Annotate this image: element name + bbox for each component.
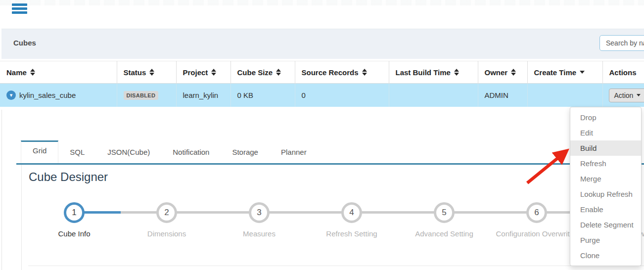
sort-icon	[362, 69, 367, 76]
column-label: Cube Size	[237, 68, 273, 77]
page-title: Cubes	[13, 39, 36, 47]
cubes-table: NameStatusProjectCube SizeSource Records…	[0, 61, 644, 107]
sort-icon	[511, 69, 516, 76]
cell-project: learn_kylin	[176, 84, 230, 107]
column-label: Owner	[485, 68, 508, 77]
step-label-advanced-setting: Advanced Setting	[400, 229, 488, 238]
cube-name[interactable]: kylin_sales_cube	[19, 91, 76, 99]
column-header-owner[interactable]: Owner	[478, 61, 527, 84]
tab-notification[interactable]: Notification	[161, 140, 221, 163]
designer-divider	[28, 266, 644, 266]
column-header-create-time[interactable]: Create Time	[527, 61, 602, 84]
menu-item-delete-segment[interactable]: Delete Segment	[570, 217, 641, 232]
step-label-configuration-overwrites: Configuration Overwrites	[493, 229, 581, 238]
table-header-row: NameStatusProjectCube SizeSource Records…	[0, 61, 644, 84]
cell-cube-size: 0 KB	[230, 84, 295, 107]
step-circle-dimensions[interactable]: 2	[156, 202, 177, 223]
menu-item-enable[interactable]: Enable	[570, 202, 641, 217]
tab-storage[interactable]: Storage	[221, 140, 270, 163]
step-circle-cube-info[interactable]: 1	[64, 202, 85, 223]
action-button-label: Action	[614, 91, 634, 99]
panel-left-border	[1, 110, 2, 270]
column-label: Create Time	[534, 68, 577, 77]
step-label-cube-info: Cube Info	[30, 229, 118, 238]
column-label: Last Build Time	[396, 68, 451, 77]
sort-icon	[149, 69, 154, 76]
search-input[interactable]	[599, 35, 644, 51]
step-label-refresh-setting: Refresh Setting	[308, 229, 396, 238]
sort-icon	[276, 69, 281, 76]
tab-planner[interactable]: Planner	[270, 140, 318, 163]
status-badge: DISABLED	[124, 91, 159, 100]
action-dropdown-menu: DropEditBuildRefreshMergeLookup RefreshE…	[570, 107, 642, 266]
cubes-panel-header: Cubes	[1, 29, 644, 59]
hamburger-bar	[12, 11, 27, 14]
designer-stepper: 1Cube Info2Dimensions3Measures4Refresh S…	[22, 202, 644, 267]
column-label: Project	[183, 68, 208, 77]
column-header-cube-size[interactable]: Cube Size	[230, 61, 295, 84]
sort-desc-icon	[580, 71, 585, 74]
step-label-measures: Measures	[215, 229, 303, 238]
hamburger-bar	[12, 7, 27, 10]
column-header-name[interactable]: Name	[0, 61, 117, 84]
sort-icon	[211, 69, 216, 76]
table-row[interactable]: ▾ kylin_sales_cube DISABLED learn_kylin …	[0, 84, 644, 107]
cell-source-records: 0	[295, 84, 389, 107]
menu-item-lookup-refresh[interactable]: Lookup Refresh	[570, 186, 641, 202]
column-label: Status	[124, 68, 146, 77]
menu-item-edit[interactable]: Edit	[570, 125, 641, 140]
column-header-actions: Actions	[602, 61, 644, 84]
hamburger-menu-icon[interactable]	[12, 3, 27, 15]
top-artifact-strip	[0, 0, 644, 5]
tab-sql[interactable]: SQL	[58, 140, 96, 163]
hamburger-bar	[12, 3, 27, 6]
tabs-underline	[16, 163, 644, 165]
column-header-status[interactable]: Status	[117, 61, 176, 84]
step-circle-advanced-setting[interactable]: 5	[434, 202, 455, 223]
column-label: Source Records	[302, 68, 359, 77]
sort-icon	[454, 69, 459, 76]
sort-icon	[30, 69, 35, 76]
caret-down-icon	[637, 94, 641, 96]
column-label: Actions	[609, 68, 637, 77]
step-label-dimensions: Dimensions	[123, 229, 211, 238]
menu-item-build[interactable]: Build	[570, 140, 641, 156]
tab-json-cube[interactable]: JSON(Cube)	[96, 140, 161, 163]
cell-create-time	[527, 84, 602, 107]
column-header-source-records[interactable]: Source Records	[295, 61, 389, 84]
menu-item-drop[interactable]: Drop	[570, 110, 641, 125]
column-label: Name	[6, 68, 27, 77]
step-circle-configuration-overwrites[interactable]: 6	[526, 202, 547, 223]
menu-item-merge[interactable]: Merge	[570, 171, 641, 186]
column-header-project[interactable]: Project	[176, 61, 230, 84]
tab-grid[interactable]: Grid	[21, 140, 58, 163]
chevron-down-circle-icon[interactable]: ▾	[6, 90, 16, 100]
column-header-last-build-time[interactable]: Last Build Time	[389, 61, 478, 84]
step-circle-measures[interactable]: 3	[249, 202, 270, 223]
menu-item-refresh[interactable]: Refresh	[570, 156, 641, 171]
step-circle-refresh-setting[interactable]: 4	[341, 202, 362, 223]
detail-tabs: GridSQLJSON(Cube)NotificationStoragePlan…	[21, 140, 318, 163]
menu-item-purge[interactable]: Purge	[570, 232, 641, 248]
cell-owner: ADMIN	[478, 84, 527, 107]
cube-designer-panel: Cube Designer 1Cube Info2Dimensions3Meas…	[21, 165, 644, 270]
cell-last-build-time	[389, 84, 478, 107]
menu-item-clone[interactable]: Clone	[570, 248, 641, 263]
designer-title: Cube Designer	[29, 170, 108, 184]
action-dropdown-button[interactable]: Action	[609, 89, 644, 102]
